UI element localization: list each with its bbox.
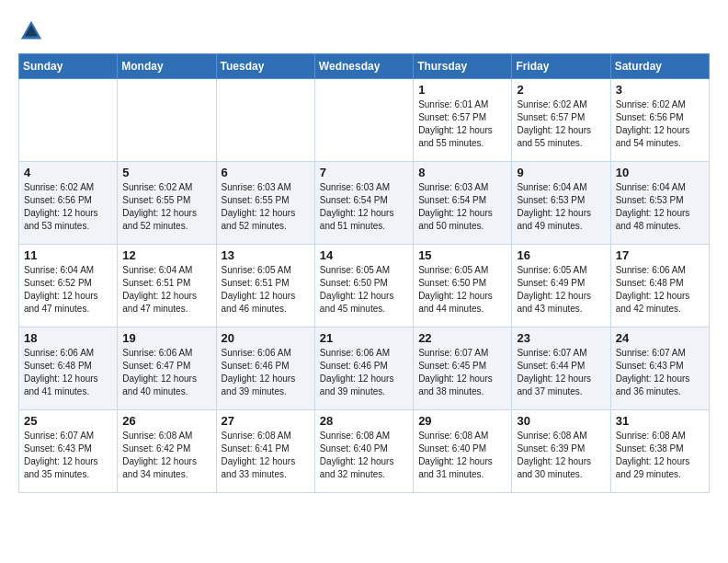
day-header-thursday: Thursday bbox=[414, 54, 512, 79]
calendar-cell bbox=[118, 79, 216, 162]
calendar-cell: 25Sunrise: 6:07 AM Sunset: 6:43 PM Dayli… bbox=[19, 410, 118, 493]
cell-info: Sunrise: 6:02 AM Sunset: 6:56 PM Dayligh… bbox=[24, 181, 112, 233]
cell-info: Sunrise: 6:06 AM Sunset: 6:48 PM Dayligh… bbox=[616, 264, 704, 316]
calendar-cell: 26Sunrise: 6:08 AM Sunset: 6:42 PM Dayli… bbox=[118, 410, 216, 493]
calendar-body: 1Sunrise: 6:01 AM Sunset: 6:57 PM Daylig… bbox=[19, 79, 710, 493]
calendar-cell: 3Sunrise: 6:02 AM Sunset: 6:56 PM Daylig… bbox=[610, 79, 709, 162]
calendar-cell: 18Sunrise: 6:06 AM Sunset: 6:48 PM Dayli… bbox=[19, 327, 118, 410]
calendar-header: SundayMondayTuesdayWednesdayThursdayFrid… bbox=[19, 54, 710, 79]
calendar-cell: 12Sunrise: 6:04 AM Sunset: 6:51 PM Dayli… bbox=[118, 245, 216, 327]
calendar-cell: 24Sunrise: 6:07 AM Sunset: 6:43 PM Dayli… bbox=[610, 327, 709, 410]
cell-info: Sunrise: 6:08 AM Sunset: 6:38 PM Dayligh… bbox=[616, 430, 704, 481]
calendar-cell: 5Sunrise: 6:02 AM Sunset: 6:55 PM Daylig… bbox=[118, 162, 216, 245]
page-header bbox=[18, 18, 710, 44]
cell-info: Sunrise: 6:04 AM Sunset: 6:53 PM Dayligh… bbox=[616, 181, 704, 233]
cell-info: Sunrise: 6:03 AM Sunset: 6:54 PM Dayligh… bbox=[418, 181, 506, 233]
day-number: 8 bbox=[418, 166, 506, 179]
day-number: 20 bbox=[222, 331, 310, 345]
calendar-week-3: 11Sunrise: 6:04 AM Sunset: 6:52 PM Dayli… bbox=[19, 245, 710, 327]
day-number: 22 bbox=[418, 331, 506, 345]
cell-info: Sunrise: 6:05 AM Sunset: 6:49 PM Dayligh… bbox=[517, 264, 605, 316]
calendar-cell: 11Sunrise: 6:04 AM Sunset: 6:52 PM Dayli… bbox=[19, 245, 118, 327]
day-number: 19 bbox=[122, 331, 210, 345]
day-number: 14 bbox=[320, 248, 408, 262]
calendar-cell: 20Sunrise: 6:06 AM Sunset: 6:46 PM Dayli… bbox=[216, 327, 314, 410]
day-header-wednesday: Wednesday bbox=[314, 54, 413, 79]
logo-icon bbox=[18, 18, 44, 44]
calendar-cell: 8Sunrise: 6:03 AM Sunset: 6:54 PM Daylig… bbox=[414, 162, 512, 245]
day-header-friday: Friday bbox=[512, 54, 610, 79]
day-header-saturday: Saturday bbox=[610, 54, 709, 79]
cell-info: Sunrise: 6:02 AM Sunset: 6:55 PM Dayligh… bbox=[122, 181, 210, 233]
calendar-cell: 10Sunrise: 6:04 AM Sunset: 6:53 PM Dayli… bbox=[610, 162, 709, 245]
calendar-cell bbox=[19, 79, 118, 162]
calendar-cell: 31Sunrise: 6:08 AM Sunset: 6:38 PM Dayli… bbox=[610, 410, 709, 493]
calendar-cell: 17Sunrise: 6:06 AM Sunset: 6:48 PM Dayli… bbox=[610, 245, 709, 327]
day-number: 5 bbox=[122, 166, 210, 179]
calendar-table: SundayMondayTuesdayWednesdayThursdayFrid… bbox=[18, 53, 710, 493]
calendar-cell: 28Sunrise: 6:08 AM Sunset: 6:40 PM Dayli… bbox=[314, 410, 413, 493]
day-number: 23 bbox=[517, 331, 605, 345]
cell-info: Sunrise: 6:08 AM Sunset: 6:40 PM Dayligh… bbox=[418, 430, 506, 481]
day-number: 15 bbox=[418, 248, 506, 262]
day-header-monday: Monday bbox=[118, 54, 216, 79]
cell-info: Sunrise: 6:07 AM Sunset: 6:44 PM Dayligh… bbox=[517, 347, 605, 398]
day-number: 10 bbox=[616, 166, 704, 179]
cell-info: Sunrise: 6:03 AM Sunset: 6:54 PM Dayligh… bbox=[320, 181, 408, 233]
cell-info: Sunrise: 6:07 AM Sunset: 6:43 PM Dayligh… bbox=[24, 430, 112, 481]
calendar-week-5: 25Sunrise: 6:07 AM Sunset: 6:43 PM Dayli… bbox=[19, 410, 710, 493]
calendar-cell: 15Sunrise: 6:05 AM Sunset: 6:50 PM Dayli… bbox=[414, 245, 512, 327]
cell-info: Sunrise: 6:05 AM Sunset: 6:51 PM Dayligh… bbox=[222, 264, 310, 316]
cell-info: Sunrise: 6:06 AM Sunset: 6:46 PM Dayligh… bbox=[320, 347, 408, 398]
day-number: 7 bbox=[320, 166, 408, 179]
days-header-row: SundayMondayTuesdayWednesdayThursdayFrid… bbox=[19, 54, 710, 79]
cell-info: Sunrise: 6:06 AM Sunset: 6:47 PM Dayligh… bbox=[122, 347, 210, 398]
calendar-cell bbox=[314, 79, 413, 162]
calendar-cell: 27Sunrise: 6:08 AM Sunset: 6:41 PM Dayli… bbox=[216, 410, 314, 493]
calendar-week-2: 4Sunrise: 6:02 AM Sunset: 6:56 PM Daylig… bbox=[19, 162, 710, 245]
cell-info: Sunrise: 6:08 AM Sunset: 6:42 PM Dayligh… bbox=[122, 430, 210, 481]
cell-info: Sunrise: 6:05 AM Sunset: 6:50 PM Dayligh… bbox=[320, 264, 408, 316]
day-number: 11 bbox=[24, 248, 112, 262]
cell-info: Sunrise: 6:05 AM Sunset: 6:50 PM Dayligh… bbox=[418, 264, 506, 316]
calendar-cell: 6Sunrise: 6:03 AM Sunset: 6:55 PM Daylig… bbox=[216, 162, 314, 245]
day-number: 1 bbox=[418, 83, 506, 97]
day-number: 2 bbox=[517, 83, 605, 97]
calendar-cell: 7Sunrise: 6:03 AM Sunset: 6:54 PM Daylig… bbox=[314, 162, 413, 245]
day-number: 3 bbox=[616, 83, 704, 97]
day-number: 26 bbox=[122, 414, 210, 428]
day-number: 30 bbox=[517, 414, 605, 428]
calendar-cell: 14Sunrise: 6:05 AM Sunset: 6:50 PM Dayli… bbox=[314, 245, 413, 327]
day-number: 28 bbox=[320, 414, 408, 428]
cell-info: Sunrise: 6:07 AM Sunset: 6:43 PM Dayligh… bbox=[616, 347, 704, 398]
calendar-cell: 29Sunrise: 6:08 AM Sunset: 6:40 PM Dayli… bbox=[414, 410, 512, 493]
day-header-tuesday: Tuesday bbox=[216, 54, 314, 79]
day-number: 12 bbox=[122, 248, 210, 262]
day-number: 17 bbox=[616, 248, 704, 262]
day-number: 21 bbox=[320, 331, 408, 345]
cell-info: Sunrise: 6:02 AM Sunset: 6:56 PM Dayligh… bbox=[616, 98, 704, 150]
day-number: 13 bbox=[222, 248, 310, 262]
day-number: 9 bbox=[517, 166, 605, 179]
calendar-cell: 4Sunrise: 6:02 AM Sunset: 6:56 PM Daylig… bbox=[19, 162, 118, 245]
cell-info: Sunrise: 6:08 AM Sunset: 6:40 PM Dayligh… bbox=[320, 430, 408, 481]
cell-info: Sunrise: 6:08 AM Sunset: 6:39 PM Dayligh… bbox=[517, 430, 605, 481]
day-number: 24 bbox=[616, 331, 704, 345]
calendar-cell: 1Sunrise: 6:01 AM Sunset: 6:57 PM Daylig… bbox=[414, 79, 512, 162]
cell-info: Sunrise: 6:06 AM Sunset: 6:48 PM Dayligh… bbox=[24, 347, 112, 398]
cell-info: Sunrise: 6:07 AM Sunset: 6:45 PM Dayligh… bbox=[418, 347, 506, 398]
cell-info: Sunrise: 6:04 AM Sunset: 6:51 PM Dayligh… bbox=[122, 264, 210, 316]
calendar-cell: 19Sunrise: 6:06 AM Sunset: 6:47 PM Dayli… bbox=[118, 327, 216, 410]
calendar-cell bbox=[216, 79, 314, 162]
calendar-cell: 2Sunrise: 6:02 AM Sunset: 6:57 PM Daylig… bbox=[512, 79, 610, 162]
day-number: 4 bbox=[24, 166, 112, 179]
calendar-cell: 30Sunrise: 6:08 AM Sunset: 6:39 PM Dayli… bbox=[512, 410, 610, 493]
calendar-cell: 9Sunrise: 6:04 AM Sunset: 6:53 PM Daylig… bbox=[512, 162, 610, 245]
cell-info: Sunrise: 6:08 AM Sunset: 6:41 PM Dayligh… bbox=[222, 430, 310, 481]
cell-info: Sunrise: 6:04 AM Sunset: 6:52 PM Dayligh… bbox=[24, 264, 112, 316]
calendar-cell: 22Sunrise: 6:07 AM Sunset: 6:45 PM Dayli… bbox=[414, 327, 512, 410]
cell-info: Sunrise: 6:01 AM Sunset: 6:57 PM Dayligh… bbox=[418, 98, 506, 150]
day-number: 6 bbox=[222, 166, 310, 179]
day-number: 18 bbox=[24, 331, 112, 345]
day-number: 16 bbox=[517, 248, 605, 262]
